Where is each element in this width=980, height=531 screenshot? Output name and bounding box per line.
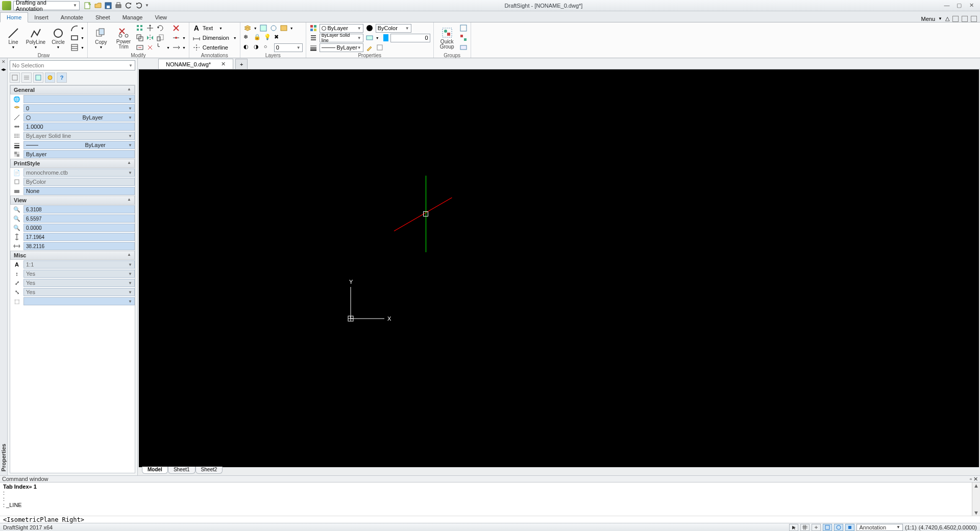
doc-restore-button[interactable] xyxy=(962,16,968,22)
prop-tool-3[interactable] xyxy=(33,73,43,83)
layer-off-icon[interactable]: 💡 xyxy=(264,34,272,42)
lineweight-value[interactable]: 0 xyxy=(390,34,430,42)
prop-misc-1[interactable]: 1:1▼ xyxy=(23,260,135,269)
properties-panel-handle[interactable]: ✕ ◂▸ Properties xyxy=(0,58,8,475)
prop-tool-help[interactable]: ? xyxy=(57,73,67,83)
cmd-restore-icon[interactable]: ▫ xyxy=(970,476,972,482)
prop-view-2[interactable]: 6.5597 xyxy=(23,214,135,223)
paint-icon[interactable] xyxy=(365,43,374,52)
layer-del-icon[interactable]: ✖ xyxy=(274,34,282,42)
layer-color-icon[interactable]: ○ xyxy=(264,43,272,52)
prop-group-misc[interactable]: Misc▲ xyxy=(10,251,135,260)
add-tab-button[interactable]: + xyxy=(235,59,248,69)
status-grid-button[interactable] xyxy=(800,524,810,531)
prop-view-5[interactable]: 38.2116 xyxy=(23,242,135,250)
command-window[interactable]: Tab Index» 1 : : : _LINE ▲▼ xyxy=(0,482,980,516)
file-tab[interactable]: NONAME_0.dwg* ✕ xyxy=(158,59,233,69)
sheet-tab-sheet2[interactable]: Sheet2 xyxy=(195,467,223,474)
selection-filter[interactable]: No Selection▼ xyxy=(10,60,135,70)
color-wheel-icon[interactable] xyxy=(365,24,374,32)
layer-iso-icon[interactable] xyxy=(270,24,278,32)
chevron-down-icon[interactable]: ▼ xyxy=(938,16,942,21)
split-icon[interactable] xyxy=(172,34,180,42)
centerline-icon[interactable] xyxy=(192,43,201,52)
layer-manager-icon[interactable] xyxy=(243,24,252,32)
prop-linestyle[interactable]: ByLayer Solid line▼ xyxy=(23,132,135,140)
line-settings-icon[interactable] xyxy=(365,34,374,42)
copy-button[interactable]: Copy ▼ xyxy=(91,27,111,49)
cmd-close-icon[interactable]: ✕ xyxy=(973,476,978,482)
collapse-ribbon-icon[interactable]: △ xyxy=(945,15,949,22)
prop-group-general[interactable]: General▲ xyxy=(10,85,135,94)
status-cursor-button[interactable] xyxy=(789,524,798,531)
prop-printtable[interactable]: monochrome.ctb▼ xyxy=(23,168,135,177)
layer-lock-icon[interactable]: 🔒 xyxy=(254,34,262,42)
prop-view-3[interactable]: 0.0000 xyxy=(23,224,135,232)
prop-misc-4[interactable]: Yes▼ xyxy=(23,288,135,296)
layer-name-select[interactable]: 0▼ xyxy=(274,43,303,52)
qat-chevron-down-icon[interactable]: ▼ xyxy=(145,3,149,8)
tab-sheet[interactable]: Sheet xyxy=(89,13,116,22)
save-icon[interactable] xyxy=(104,2,112,10)
menu-label[interactable]: Menu xyxy=(921,16,936,22)
lineweight-select[interactable]: ByLayer▼ xyxy=(320,43,363,52)
maximize-button[interactable]: ▢ xyxy=(955,2,963,9)
prop-transparency[interactable]: ByLayer xyxy=(23,150,135,158)
prop-view-1[interactable]: 6.3108 xyxy=(23,205,135,213)
prop-linecolor[interactable]: ByLayer▼ xyxy=(23,113,135,122)
status-esnap-button[interactable] xyxy=(845,524,854,531)
command-window-header[interactable]: Command window ▫ ✕ xyxy=(0,475,980,482)
power-trim-button[interactable]: Power Trim xyxy=(113,27,134,50)
prop-layer[interactable]: 0▼ xyxy=(23,104,135,112)
stretch-icon[interactable] xyxy=(136,43,144,52)
move-icon[interactable] xyxy=(146,24,154,32)
scale-icon[interactable] xyxy=(156,34,164,42)
prop-tool-1[interactable] xyxy=(10,73,20,83)
undo-icon[interactable] xyxy=(125,2,133,10)
prop-misc-5[interactable]: ▼ xyxy=(23,297,135,305)
status-snap-button[interactable] xyxy=(812,524,821,531)
prop-printmode[interactable]: ByColor xyxy=(23,178,135,186)
text-icon[interactable]: A xyxy=(192,24,201,32)
rectangle-icon[interactable] xyxy=(70,34,79,42)
hatch-icon[interactable] xyxy=(70,43,79,52)
scrollbar[interactable]: ▲▼ xyxy=(972,482,980,516)
ungroup-icon[interactable] xyxy=(459,34,468,42)
new-icon[interactable] xyxy=(84,2,92,10)
polyline-button[interactable]: PolyLine ▼ xyxy=(26,27,46,49)
drawing-canvas[interactable]: Y X xyxy=(139,69,979,467)
prop-plot[interactable]: None xyxy=(23,187,135,195)
matchprops-icon[interactable] xyxy=(376,43,384,52)
tab-insert[interactable]: Insert xyxy=(28,13,55,22)
close-tab-icon[interactable]: ✕ xyxy=(221,61,226,67)
quick-group-button[interactable]: Quick Group xyxy=(437,27,457,50)
linestyle-select[interactable]: ByLayer Solid line▼ xyxy=(320,34,363,42)
line-thick-icon[interactable] xyxy=(309,43,317,52)
tab-home[interactable]: Home xyxy=(0,12,28,22)
prop-color[interactable]: ▼ xyxy=(23,95,135,103)
explode-icon[interactable] xyxy=(146,43,154,52)
close-panel-icon[interactable]: ✕ xyxy=(2,59,6,64)
fillet-icon[interactable]: ╰ xyxy=(156,43,164,52)
redo-icon[interactable] xyxy=(135,2,143,10)
layer-state-icon[interactable] xyxy=(259,24,267,32)
prop-group-printstyle[interactable]: PrintStyle▲ xyxy=(10,159,135,168)
color-select[interactable]: ByLayer▼ xyxy=(320,24,363,33)
status-annotation-select[interactable]: Annotation▼ xyxy=(856,524,903,531)
pin-icon[interactable]: ◂▸ xyxy=(1,66,6,72)
workspace-selector[interactable]: Drafting and Annotation ▼ xyxy=(13,1,80,10)
minimize-button[interactable]: — xyxy=(943,2,950,9)
status-ortho-button[interactable] xyxy=(823,524,832,531)
printstyle-select[interactable]: ByColor▼ xyxy=(376,24,411,33)
layer-freeze-icon[interactable]: ❄ xyxy=(243,34,252,42)
props-palette-icon[interactable] xyxy=(309,24,317,32)
line-button[interactable]: Line ▼ xyxy=(3,27,23,49)
close-button[interactable]: ✕ xyxy=(968,2,975,9)
tab-manage[interactable]: Manage xyxy=(116,13,149,22)
changelength-icon[interactable] xyxy=(172,43,180,52)
circle-button[interactable]: Circle ▼ xyxy=(48,27,68,49)
prop-tool-4[interactable] xyxy=(45,73,55,83)
command-input[interactable]: <IsometricPlane Right> xyxy=(0,516,980,523)
prop-scale[interactable]: 1.0000 xyxy=(23,123,135,131)
mirror-icon[interactable] xyxy=(146,34,154,42)
